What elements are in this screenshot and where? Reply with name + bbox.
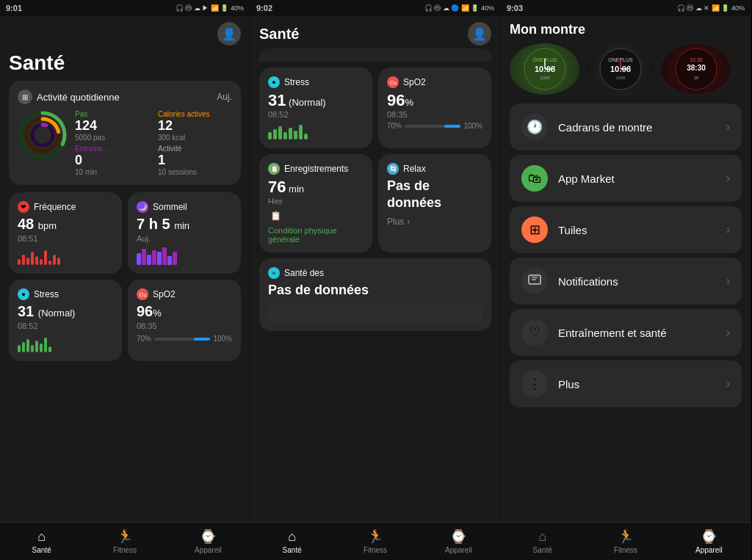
- spo2-time-2: 08:35: [387, 110, 482, 119]
- stress-label-1: Stress: [34, 289, 59, 299]
- menu-entrainement[interactable]: ♡ Entraînement et santé ›: [510, 309, 742, 356]
- activity-label: Activité quotidienne: [37, 92, 120, 103]
- spo2-header-2: O₂ SpO2: [387, 76, 482, 88]
- activity-rings: [18, 110, 69, 161]
- nav-fitness-3[interactable]: 🏃 Fitness: [584, 528, 667, 554]
- panel-montre: 9:03 🎧 ⓜ ☁ ✕ 📶 🔋 40% Mon montre ONEPLUS …: [501, 0, 751, 560]
- menu-tuiles[interactable]: ⊞ Tuiles ›: [510, 206, 742, 253]
- metric-cal-label: Calories actives: [158, 110, 232, 118]
- sommeil-header: 🌙 Sommeil: [137, 201, 232, 213]
- spo2-card-2[interactable]: O₂ SpO2 96% 08:35 70% 100%: [378, 68, 491, 148]
- spo2-chart-1: 70% 100%: [137, 335, 232, 343]
- svg-text:10 20: 10 20: [690, 57, 703, 62]
- nav-sante-1[interactable]: ⌂ Santé: [0, 529, 83, 554]
- sante-des-label: Santé des: [284, 268, 324, 278]
- activity-today: Auj.: [217, 92, 232, 102]
- spo2-label-2: SpO2: [403, 77, 426, 87]
- nav-fitness-label-1: Fitness: [113, 546, 137, 554]
- partial-card-top: [259, 48, 491, 62]
- metric-cal-value: 12: [158, 118, 232, 134]
- nav-appareil-icon-2: ⌚: [450, 528, 466, 545]
- metric-calories: Calories actives 12 300 kcal: [158, 110, 232, 142]
- relax-plus-link[interactable]: Plus ›: [387, 217, 482, 227]
- nav-appareil-3[interactable]: ⌚ Appareil: [668, 528, 751, 554]
- enregistrements-card[interactable]: 📋 Enregistrements 76 min Hier 📋 Conditio…: [259, 154, 372, 252]
- metric-act-label: Activité: [158, 145, 232, 153]
- entrainement-icon: ♡: [521, 319, 548, 346]
- nav-sante-icon-3: ⌂: [538, 529, 546, 545]
- bottom-nav-2: ⌂ Santé 🏃 Fitness ⌚ Appareil: [250, 522, 500, 560]
- cadrans-label: Cadrans de montre: [558, 121, 716, 134]
- activity-card[interactable]: ⊞ Activité quotidienne Auj.: [9, 81, 241, 185]
- menu-cadrans[interactable]: 🕐 Cadrans de montre ›: [510, 103, 742, 150]
- panel2-header: Santé 👤: [250, 16, 500, 48]
- stress-chart-1: [18, 335, 113, 352]
- status-icons-3: 🎧 ⓜ ☁ ✕ 📶 🔋 40%: [677, 4, 745, 13]
- frequence-label: Fréquence: [34, 202, 76, 212]
- relax-card[interactable]: 🔄 Relax Pas de données Plus ›: [378, 154, 491, 252]
- spo2-header-1: O₂ SpO2: [137, 288, 232, 300]
- svg-text:20: 20: [693, 76, 698, 80]
- spo2-icon-2: O₂: [387, 76, 399, 88]
- enregistrements-icon-2: 📋: [268, 208, 283, 223]
- appmarket-label: App Market: [558, 172, 716, 185]
- stress-value-2: 31 (Normal): [268, 91, 364, 110]
- enregistrements-time: Hier: [268, 197, 364, 206]
- frequence-card[interactable]: ❤ Fréquence 48 bpm 08:51: [9, 192, 122, 274]
- enregistrements-header: 📋 Enregistrements: [268, 163, 364, 175]
- nav-fitness-label-2: Fitness: [364, 546, 387, 554]
- relax-nodata: Pas de données: [387, 178, 482, 212]
- health-grid-1: ❤ Fréquence 48 bpm 08:51: [9, 192, 241, 361]
- nav-sante-2[interactable]: ⌂ Santé: [250, 529, 333, 554]
- sommeil-card[interactable]: 🌙 Sommeil 7 h 5 min Auj.: [128, 192, 241, 274]
- spo2-chart-2: 70% 100%: [387, 122, 482, 130]
- relax-icon: 🔄: [387, 163, 399, 175]
- sante-des-chart: [268, 305, 482, 322]
- enregistrements-value: 76 min: [268, 178, 364, 197]
- status-bar-3: 9:03 🎧 ⓜ ☁ ✕ 📶 🔋 40%: [501, 0, 751, 16]
- activity-title: ⊞ Activité quotidienne: [18, 90, 120, 104]
- appmarket-chevron-icon: ›: [726, 172, 730, 185]
- panel3-content: ONEPLUS 10:08 1008 ONEPLUS 10:08 1008: [501, 43, 751, 522]
- watch-face-1[interactable]: ONEPLUS 10:08 1008: [510, 43, 579, 95]
- sommeil-icon: 🌙: [137, 201, 148, 213]
- cards-grid-2: ● Stress 31 (Normal) 08:52: [259, 68, 491, 331]
- panel-sante-1: 9:01 🎧 ⓜ ☁ ▶ 📶 🔋 40% 👤 Santé ⊞ Activité …: [0, 0, 250, 560]
- sommeil-time: Auj.: [137, 234, 232, 243]
- metric-pas-sub: 5000 pas: [75, 134, 149, 142]
- svg-point-4: [32, 125, 53, 145]
- avatar-2[interactable]: 👤: [468, 22, 491, 46]
- status-bar-2: 9:02 🎧 ⓜ ☁ 🔵 📶 🔋 40%: [250, 0, 500, 16]
- nav-appareil-1[interactable]: ⌚ Appareil: [167, 528, 250, 554]
- avatar-1[interactable]: 👤: [217, 22, 241, 46]
- cadrans-chevron-icon: ›: [726, 120, 730, 134]
- svg-text:1008: 1008: [615, 76, 626, 80]
- nav-appareil-2[interactable]: ⌚ Appareil: [417, 528, 500, 554]
- menu-plus[interactable]: ⋮ Plus ›: [510, 360, 742, 407]
- stress-card-2[interactable]: ● Stress 31 (Normal) 08:52: [259, 68, 372, 148]
- bottom-nav-1: ⌂ Santé 🏃 Fitness ⌚ Appareil: [0, 522, 250, 560]
- menu-list: 🕐 Cadrans de montre › 🛍 App Market › ⊞ T…: [510, 103, 742, 407]
- watch-face-2[interactable]: ONEPLUS 10:08 1008: [585, 43, 655, 95]
- stress-card-1[interactable]: ● Stress 31 (Normal) 08:52: [9, 280, 122, 361]
- menu-notifications[interactable]: Notifications ›: [510, 258, 742, 305]
- stress-icon-1: ●: [18, 288, 29, 300]
- enregistrements-label: Enregistrements: [284, 164, 348, 174]
- menu-appmarket[interactable]: 🛍 App Market ›: [510, 155, 742, 202]
- nav-sante-icon-2: ⌂: [288, 529, 296, 545]
- sante-des-card[interactable]: ≈ Santé des Pas de données: [259, 258, 491, 331]
- nav-fitness-2[interactable]: 🏃 Fitness: [333, 528, 416, 554]
- panel-sante-2: 9:02 🎧 ⓜ ☁ 🔵 📶 🔋 40% Santé 👤 ● Stress 31…: [250, 0, 501, 560]
- notifications-chevron-icon: ›: [726, 274, 730, 288]
- panel2-content: ● Stress 31 (Normal) 08:52: [250, 48, 500, 522]
- metrics-grid: Pas 124 5000 pas Calories actives 12 300…: [75, 110, 232, 176]
- watch-face-3[interactable]: 10 20 38:30 20: [661, 43, 731, 95]
- sante-des-header: ≈ Santé des: [268, 267, 482, 279]
- nav-fitness-1[interactable]: 🏃 Fitness: [83, 528, 166, 554]
- status-bar-1: 9:01 🎧 ⓜ ☁ ▶ 📶 🔋 40%: [0, 0, 250, 16]
- metric-ent-label: Entraîne...: [75, 145, 149, 153]
- nav-sante-3[interactable]: ⌂ Santé: [501, 529, 584, 554]
- spo2-card-1[interactable]: O₂ SpO2 96% 08:35 70% 100%: [128, 280, 241, 361]
- cadrans-icon: 🕐: [521, 114, 548, 140]
- nav-appareil-icon-3: ⌚: [701, 528, 717, 545]
